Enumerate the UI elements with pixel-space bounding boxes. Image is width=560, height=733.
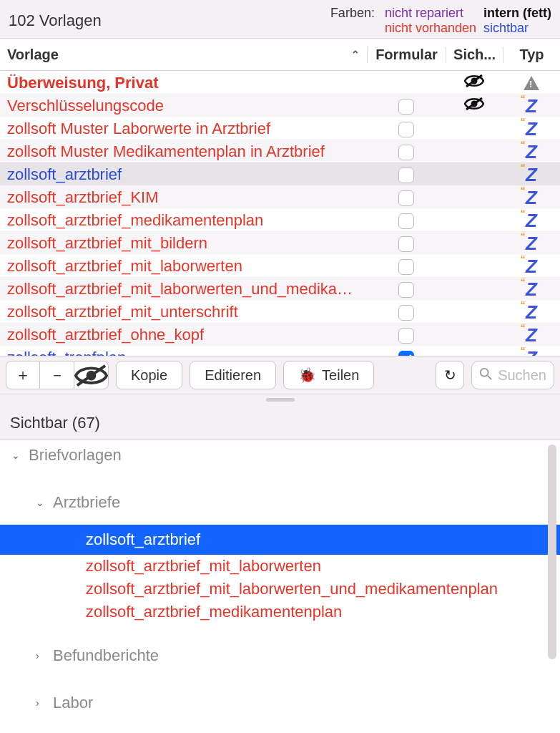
checkbox[interactable]	[398, 305, 414, 321]
checkbox[interactable]	[398, 168, 414, 183]
zollsoft-z-icon: Z	[526, 257, 537, 276]
tree-group-befundberichte[interactable]: › Befundberichte	[0, 641, 560, 671]
table-row[interactable]: zollsoft_arztbrief_mit_laborwerten_und_m…	[0, 277, 560, 300]
row-typ-cell: Z	[503, 257, 560, 276]
refresh-button[interactable]: ↻	[436, 361, 464, 389]
row-form-cell	[367, 188, 446, 207]
tree-label: Briefvorlagen	[29, 446, 122, 465]
col-header-formular[interactable]: Formular	[367, 47, 446, 63]
tree-leaf[interactable]: zollsoft_arztbrief_medikamentenplan	[0, 601, 560, 623]
zollsoft-z-icon: Z	[526, 211, 537, 230]
row-typ-cell: Z	[503, 280, 560, 298]
row-name: zollsoft_arztbrief_ohne_kopf	[0, 326, 367, 344]
split-handle[interactable]	[0, 394, 560, 404]
legend-not-present: nicht vorhanden	[385, 21, 476, 36]
table-row[interactable]: zollsoft_arztbrief_mit_unterschriftZ	[0, 300, 560, 323]
zollsoft-z-icon: Z	[526, 120, 537, 138]
tree-group-labor[interactable]: › Labor	[0, 688, 560, 718]
zollsoft-z-icon: Z	[526, 349, 537, 356]
row-name: zollsoft_arztbrief_KIM	[0, 188, 367, 207]
checkbox-checked[interactable]	[398, 351, 414, 356]
tree-group-briefvorlagen[interactable]: ⌄ Briefvorlagen	[0, 440, 560, 470]
tree-leaf[interactable]: zollsoft_arztbrief_mit_laborwerten	[0, 555, 560, 578]
table-row[interactable]: zollsoft_arztbrief_ohne_kopfZ	[0, 323, 560, 346]
tree-leaf[interactable]: zollsoft_arztbrief_mit_laborwerten_und_m…	[0, 578, 560, 601]
row-form-cell	[367, 257, 446, 276]
checkbox[interactable]	[398, 99, 414, 115]
table-row[interactable]: zollsoft_arztbrief_mit_laborwertenZ	[0, 254, 560, 277]
tree-label: Labor	[53, 694, 93, 712]
row-typ-cell: Z	[503, 142, 560, 161]
checkbox[interactable]	[398, 282, 414, 298]
checkbox[interactable]	[398, 236, 414, 252]
col-header-sichtbar[interactable]: Sich...	[446, 47, 503, 63]
row-name: zollsoft_arztbrief	[0, 165, 367, 184]
tree-label: Arztbriefe	[53, 493, 120, 512]
checkbox[interactable]	[398, 213, 414, 229]
teilen-button[interactable]: 🐞 Teilen	[283, 361, 374, 389]
legend-label: Farben:	[330, 6, 375, 21]
tree-group-arztbriefe[interactable]: ⌄ Arztbriefe	[0, 487, 560, 518]
row-name: zollsoft_arztbrief_mit_laborwerten	[0, 257, 367, 276]
row-typ-cell	[503, 76, 560, 90]
table-row[interactable]: zollsoft_arztbriefZ	[0, 162, 560, 185]
add-button[interactable]: ＋	[6, 361, 40, 389]
tree-label: Befundberichte	[53, 646, 159, 665]
col-header-typ[interactable]: Typ	[503, 47, 560, 63]
tree-leaf-label: zollsoft_arztbrief_mit_laborwerten_und_m…	[86, 580, 498, 598]
row-typ-cell: Z	[503, 165, 560, 184]
table-row[interactable]: zollsoft_arztbrief_medikamentenplanZ	[0, 208, 560, 231]
kopie-button[interactable]: Kopie	[116, 361, 182, 389]
tree-leaf-label: zollsoft_arztbrief	[86, 530, 200, 549]
table-row[interactable]: zollsoft Muster Medikamentenplan in Arzt…	[0, 140, 560, 162]
row-name: zollsoft Muster Laborwerte in Arztbrief	[0, 120, 367, 138]
checkbox[interactable]	[398, 190, 414, 206]
add-remove-group: ＋ －	[6, 361, 109, 389]
table-row[interactable]: zollsoft_arztbrief_KIMZ	[0, 185, 560, 208]
row-form-cell	[367, 326, 446, 344]
checkbox[interactable]	[398, 328, 414, 344]
toggle-visibility-button[interactable]	[74, 361, 109, 389]
tree-leaf-selected[interactable]: zollsoft_arztbrief	[0, 525, 560, 555]
hidden-eye-icon	[464, 74, 484, 88]
row-name: zollsoft_tropfplan	[0, 349, 367, 356]
row-name: zollsoft Muster Medikamentenplan in Arzt…	[0, 142, 367, 161]
row-form-cell	[367, 165, 446, 184]
row-typ-cell: Z	[503, 211, 560, 230]
table-row[interactable]: zollsoft_tropfplanZ	[0, 346, 560, 356]
row-form-cell	[367, 211, 446, 230]
table-row[interactable]: VerschlüsselungscodeZ	[0, 94, 560, 117]
chevron-right-icon: ›	[36, 650, 53, 661]
row-name: zollsoft_arztbrief_mit_unterschrift	[0, 303, 367, 321]
visibility-tree: ⌄ Briefvorlagen ⌄ Arztbriefe zollsoft_ar…	[0, 440, 560, 733]
col-header-vorlage[interactable]: Vorlage ⌃	[0, 47, 367, 63]
checkbox[interactable]	[398, 259, 414, 275]
toolbar: ＋ － Kopie Editieren 🐞 Teilen ↻ Suchen	[0, 356, 560, 394]
warning-icon	[524, 76, 539, 90]
remove-button[interactable]: －	[40, 361, 74, 389]
table-row[interactable]: zollsoft_arztbrief_mit_bildernZ	[0, 231, 560, 254]
row-sich-cell	[446, 74, 503, 92]
table-row[interactable]: zollsoft Muster Laborwerte in ArztbriefZ	[0, 117, 560, 140]
legend-visible: sichtbar	[483, 21, 551, 36]
sort-asc-icon: ⌃	[351, 49, 360, 60]
checkbox[interactable]	[398, 122, 414, 137]
table-row[interactable]: Überweisung, Privat	[0, 71, 560, 94]
row-form-cell	[367, 142, 446, 161]
checkbox[interactable]	[398, 145, 414, 160]
row-typ-cell: Z	[503, 97, 560, 115]
row-typ-cell: Z	[503, 303, 560, 321]
row-typ-cell: Z	[503, 234, 560, 253]
scrollbar[interactable]	[548, 445, 556, 659]
svg-point-6	[481, 369, 488, 377]
zollsoft-z-icon: Z	[526, 142, 537, 161]
editieren-button[interactable]: Editieren	[190, 361, 276, 389]
row-name: Verschlüsselungscode	[0, 97, 367, 115]
hidden-eye-icon	[464, 97, 484, 111]
tree-leaf-label: zollsoft_arztbrief_medikamentenplan	[86, 603, 342, 621]
svg-line-7	[488, 376, 491, 379]
zollsoft-z-icon: Z	[526, 165, 537, 184]
ladybug-icon: 🐞	[298, 366, 316, 384]
search-input[interactable]: Suchen	[471, 361, 554, 389]
chevron-right-icon: ›	[36, 697, 53, 709]
